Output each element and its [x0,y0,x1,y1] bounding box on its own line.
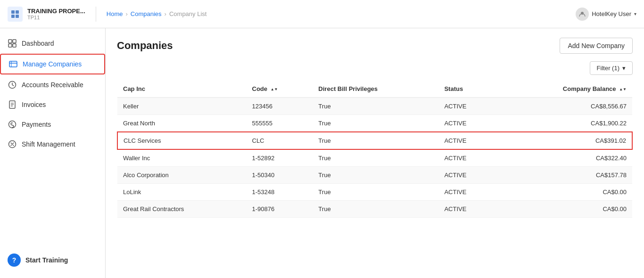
col-code[interactable]: Code ▲▼ [247,81,313,98]
sidebar-item-shift-management[interactable]: Shift Management [0,135,105,154]
breadcrumb-sep-1: › [125,10,127,17]
logo-icon [8,7,23,22]
sidebar-item-manage-companies[interactable]: Manage Companies [0,54,105,74]
start-training-label: Start Training [25,256,68,264]
table-row[interactable]: Great Rail Contractors1-90876TrueACTIVEC… [117,201,632,218]
divider [96,7,96,22]
table-row[interactable]: Waller Inc1-52892TrueACTIVECA$322.40 [117,149,632,167]
table-cell: CLC Services [117,132,247,149]
user-icon [576,8,589,21]
table-cell: ACTIVE [438,167,498,184]
table-cell: ACTIVE [438,184,498,201]
filter-button[interactable]: Filter (1) ▾ [590,61,633,75]
table-cell: Great Rail Contractors [117,201,247,218]
payments-icon [8,120,17,129]
table-cell: ACTIVE [438,149,498,167]
table-cell: CA$0.00 [498,184,632,201]
col-status: Status [438,81,498,98]
user-name: HotelKey User [592,10,631,17]
table-cell: LoLink [117,184,247,201]
layout: Dashboard Manage Companies [0,28,644,278]
svg-rect-6 [13,40,16,43]
user-chevron-icon: ▾ [634,11,636,16]
table-cell: 1-52892 [247,149,313,167]
svg-point-17 [9,121,16,128]
table-cell: CLC [247,132,313,149]
sidebar-item-invoices[interactable]: Invoices [0,95,105,114]
svg-rect-0 [11,10,15,14]
shift-management-icon [8,139,17,149]
filter-chevron-icon: ▾ [622,65,626,72]
table-row[interactable]: CLC ServicesCLCTrueACTIVECA$391.02 [117,132,632,149]
main-content: Companies Add New Company Filter (1) ▾ C… [106,28,644,278]
start-training-button[interactable]: ? Start Training [0,248,105,272]
table-cell: True [313,115,438,132]
breadcrumb-sep-2: › [165,10,166,17]
table-cell: ACTIVE [438,132,498,149]
breadcrumb-companies[interactable]: Companies [131,10,162,17]
filter-row: Filter (1) ▾ [117,61,633,75]
topbar-left: TRAINING PROPE... TP11 Home › Companies … [8,7,206,22]
table-cell: True [313,201,438,218]
add-new-company-button[interactable]: Add New Company [560,38,633,54]
sidebar-item-payments-label: Payments [22,121,51,128]
sidebar-nav: Dashboard Manage Companies [0,34,105,154]
logo-title: TRAINING PROPE... [27,8,85,15]
breadcrumb-current: Company List [169,10,206,17]
table-header: Cap Inc Code ▲▼ Direct Bill Privileges S… [117,81,632,98]
table-cell: 1-90876 [247,201,313,218]
table-cell: 1-50340 [247,167,313,184]
table-row[interactable]: Keller123456TrueACTIVECA$8,556.67 [117,98,632,115]
sidebar-item-manage-companies-label: Manage Companies [23,60,82,68]
companies-table: Cap Inc Code ▲▼ Direct Bill Privileges S… [117,81,633,218]
table-cell: True [313,167,438,184]
sidebar-item-accounts-receivable[interactable]: Accounts Receivable [0,75,105,94]
col-direct-bill: Direct Bill Privileges [313,81,438,98]
table-cell: 555555 [247,115,313,132]
table-cell: CA$157.78 [498,167,632,184]
main-header: Companies Add New Company [117,38,633,54]
table-row[interactable]: Great North555555TrueACTIVECA$1,900.22 [117,115,632,132]
invoices-icon [8,100,17,109]
svg-rect-5 [8,40,12,43]
svg-rect-2 [11,15,15,18]
table-body: Keller123456TrueACTIVECA$8,556.67Great N… [117,98,632,218]
sidebar-item-shift-management-label: Shift Management [22,140,75,148]
table-cell: True [313,98,438,115]
table-cell: CA$8,556.67 [498,98,632,115]
table-cell: CA$1,900.22 [498,115,632,132]
code-sort-icon: ▲▼ [271,88,278,91]
dashboard-icon [8,39,17,48]
table-cell: Great North [117,115,247,132]
help-icon: ? [8,253,21,267]
svg-rect-7 [8,44,12,47]
table-cell: True [313,149,438,167]
table-cell: Waller Inc [117,149,247,167]
table-row[interactable]: LoLink1-53248TrueACTIVECA$0.00 [117,184,632,201]
svg-rect-8 [13,44,16,47]
manage-companies-icon [8,59,18,69]
sidebar-item-payments[interactable]: Payments [0,115,105,134]
sidebar-item-dashboard-label: Dashboard [22,40,54,47]
sidebar-item-accounts-receivable-label: Accounts Receivable [22,81,83,89]
accounts-receivable-icon [8,80,17,90]
breadcrumb: Home › Companies › Company List [107,10,207,17]
col-company-balance[interactable]: Company Balance ▲▼ [498,81,632,98]
table-cell: Keller [117,98,247,115]
table-row[interactable]: Alco Corporation1-50340TrueACTIVECA$157.… [117,167,632,184]
logo-subtitle: TP11 [27,15,85,20]
svg-rect-1 [16,10,19,14]
table-cell: True [313,184,438,201]
table-cell: True [313,132,438,149]
table-cell: 123456 [247,98,313,115]
table-cell: CA$391.02 [498,132,632,149]
sidebar-item-invoices-label: Invoices [22,101,46,108]
table-cell: CA$0.00 [498,201,632,218]
user-area[interactable]: HotelKey User ▾ [576,8,636,21]
breadcrumb-home[interactable]: Home [107,10,123,17]
svg-rect-9 [9,61,17,67]
sidebar: Dashboard Manage Companies [0,28,106,278]
topbar: TRAINING PROPE... TP11 Home › Companies … [0,0,644,28]
sidebar-item-dashboard[interactable]: Dashboard [0,34,105,53]
balance-sort-icon: ▲▼ [619,88,627,91]
